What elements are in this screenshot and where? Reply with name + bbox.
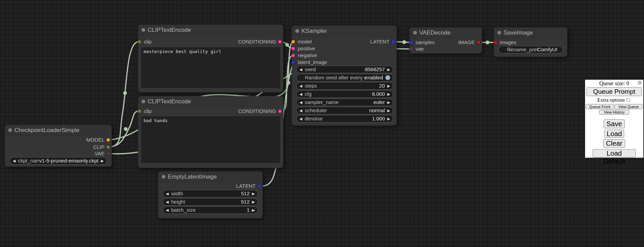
increment-arrow-icon[interactable]: ▶ [387,82,390,89]
increment-arrow-icon[interactable]: ▶ [387,99,390,106]
increment-arrow-icon[interactable]: ▶ [101,157,104,164]
node-collapse-dot-icon[interactable] [141,28,145,32]
port-vae-icon[interactable] [409,47,413,51]
decrement-arrow-icon[interactable]: ◀ [299,82,302,89]
port-conditioning-icon[interactable] [291,47,295,51]
node-title: CLIPTextEncode [148,98,191,105]
widget-random-seed-toggle[interactable]: Random seed after every gen enabled [296,74,393,81]
decrement-arrow-icon[interactable]: ◀ [299,115,302,122]
node-empty-latent-image[interactable]: EmptyLatentImage LATENT ◀ width 512 ▶ ◀ … [158,171,263,218]
port-latent-icon[interactable] [291,60,295,64]
input-slot-images[interactable]: images [494,40,567,45]
output-slot-clip[interactable]: CLIP [5,144,112,150]
node-ksampler[interactable]: KSampler model positive negative latent_… [292,26,397,126]
node-title-bar[interactable]: EmptyLatentImage [158,171,263,182]
node-clip-text-encode-negative[interactable]: CLIPTextEncode clip CONDITIONING bad han… [138,96,283,168]
port-image-icon[interactable] [476,40,481,44]
node-title: SaveImage [504,29,533,36]
port-conditioning-icon[interactable] [278,40,282,44]
node-title-bar[interactable]: VAEDecode [410,27,482,38]
port-image-icon[interactable] [493,40,497,44]
node-collapse-dot-icon[interactable] [141,100,145,103]
input-slot-latent-image[interactable]: latent_image [292,60,397,65]
increment-arrow-icon[interactable]: ▶ [387,115,390,122]
decrement-arrow-icon[interactable]: ◀ [13,157,15,164]
widget-sampler-name[interactable]: ◀ sampler_name euler ▶ [296,99,393,106]
widget-ckpt-name[interactable]: ◀ ckpt_name v1-5-pruned-emaonly.ckpt ▶ [10,157,107,165]
view-history-button[interactable]: View History [599,110,629,115]
node-title-bar[interactable]: CheckpointLoaderSimple [5,125,112,136]
increment-arrow-icon[interactable]: ▶ [387,66,390,73]
widget-filename-prefix[interactable]: filename_prefix ComfyUI [498,46,563,53]
toggle-knob-icon[interactable] [385,75,390,80]
port-latent-icon[interactable] [391,40,395,44]
decrement-arrow-icon[interactable]: ◀ [299,66,302,73]
input-slot-positive[interactable]: positive [292,46,397,51]
positive-prompt-textarea[interactable]: masterpiece best quality girl [141,47,280,88]
port-conditioning-icon[interactable] [291,53,295,57]
node-title: VAEDecode [419,29,450,36]
decrement-arrow-icon[interactable]: ◀ [166,198,169,205]
output-slot-model[interactable]: MODEL [5,137,112,143]
node-title: EmptyLatentImage [168,173,217,180]
settings-gear-icon[interactable]: ⚙ [637,80,642,86]
node-collapse-dot-icon[interactable] [497,31,501,35]
port-vae-icon[interactable] [106,152,110,156]
queue-front-button[interactable]: Queue Front [586,104,614,109]
load-default-button[interactable]: Load Default [593,149,636,157]
link-clip-to-negative-prompt [109,111,139,147]
widget-height[interactable]: ◀ height 512 ▶ [163,198,258,206]
decrement-arrow-icon[interactable]: ◀ [166,190,169,197]
node-collapse-dot-icon[interactable] [8,128,12,132]
view-queue-button[interactable]: View Queue [615,104,643,109]
port-latent-icon[interactable] [257,184,261,188]
increment-arrow-icon[interactable]: ▶ [387,91,390,98]
input-slot-negative[interactable]: negative [292,53,397,58]
save-button[interactable]: Save [604,119,625,128]
node-title-bar[interactable]: CLIPTextEncode [138,25,283,36]
port-model-icon[interactable] [106,138,110,142]
output-slot-latent[interactable]: LATENT [292,39,397,44]
load-button[interactable]: Load [604,130,624,138]
node-collapse-dot-icon[interactable] [413,31,417,35]
node-title-bar[interactable]: SaveImage [494,27,567,38]
graph-canvas[interactable]: CheckpointLoaderSimple MODEL CLIP VAE ◀ … [0,0,644,247]
node-title: KSampler [301,28,327,34]
node-title-bar[interactable]: CLIPTextEncode [138,96,283,107]
widget-denoise[interactable]: ◀ denoise 1.000 ▶ [296,115,393,122]
queue-size-label: Queue size: 0 ⚙ [585,80,643,87]
decrement-arrow-icon[interactable]: ◀ [299,99,302,106]
negative-prompt-textarea[interactable]: bad hands [141,116,280,163]
port-clip-icon[interactable] [106,145,110,149]
output-slot-latent[interactable]: LATENT [158,183,263,189]
node-collapse-dot-icon[interactable] [295,29,299,33]
node-save-image[interactable]: SaveImage images filename_prefix ComfyUI [494,27,567,57]
increment-arrow-icon[interactable]: ▶ [252,190,255,197]
clear-button[interactable]: Clear [603,139,625,148]
output-slot-image[interactable]: IMAGE [410,40,482,45]
widget-steps[interactable]: ◀ steps 20 ▶ [296,82,393,90]
increment-arrow-icon[interactable]: ▶ [252,198,255,205]
output-slot-vae[interactable]: VAE [5,151,112,156]
widget-batch-size[interactable]: ◀ batch_size 1 ▶ [163,206,258,214]
output-slot-conditioning[interactable]: CONDITIONING [138,39,283,44]
node-vae-decode[interactable]: VAEDecode samples vae IMAGE [410,27,482,53]
output-slot-conditioning[interactable]: CONDITIONING [138,108,283,114]
widget-cfg[interactable]: ◀ cfg 8.000 ▶ [296,90,393,98]
port-conditioning-icon[interactable] [278,109,282,113]
decrement-arrow-icon[interactable]: ◀ [166,207,169,213]
widget-width[interactable]: ◀ width 512 ▶ [163,190,258,197]
queue-prompt-button[interactable]: Queue Prompt [586,87,642,96]
widget-scheduler[interactable]: ◀ scheduler normal ▶ [296,107,393,114]
widget-seed[interactable]: ◀ seed 8566257 ▶ [296,66,393,73]
increment-arrow-icon[interactable]: ▶ [387,107,390,114]
decrement-arrow-icon[interactable]: ◀ [299,91,302,98]
extra-options-checkbox[interactable] [626,98,630,102]
node-title-bar[interactable]: KSampler [292,26,397,37]
increment-arrow-icon[interactable]: ▶ [252,207,255,213]
decrement-arrow-icon[interactable]: ◀ [299,107,302,114]
node-checkpoint-loader[interactable]: CheckpointLoaderSimple MODEL CLIP VAE ◀ … [5,125,112,167]
node-collapse-dot-icon[interactable] [162,175,165,179]
node-clip-text-encode-positive[interactable]: CLIPTextEncode clip CONDITIONING masterp… [138,25,283,92]
input-slot-vae[interactable]: vae [410,46,482,52]
